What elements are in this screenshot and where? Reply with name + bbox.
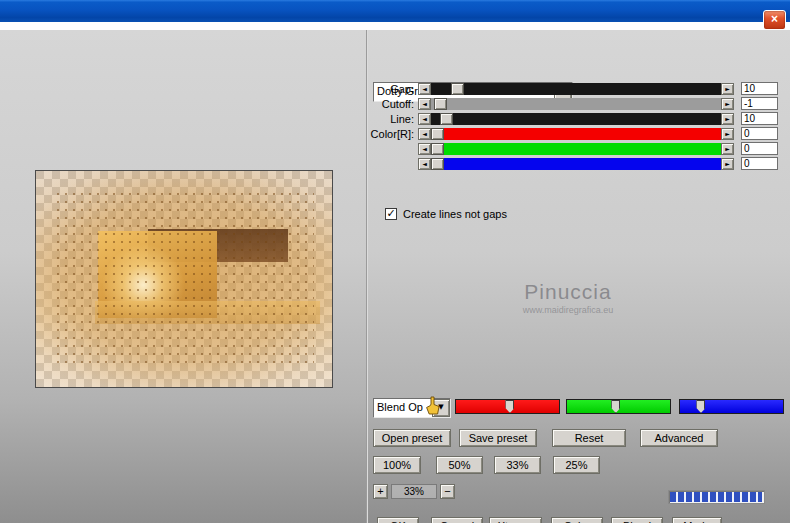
watermark-url: www.maidiregrafica.eu — [488, 305, 648, 315]
slider-track-cutoff[interactable] — [431, 98, 721, 110]
mode-button[interactable]: Mode — [672, 517, 722, 523]
color-button[interactable]: Color — [551, 517, 603, 523]
slider-thumb[interactable] — [434, 98, 447, 110]
slider-right-arrow-icon[interactable]: ► — [721, 143, 734, 155]
slider-right-arrow-icon[interactable]: ► — [721, 113, 734, 125]
slider-thumb[interactable] — [440, 113, 453, 125]
blend-button[interactable]: Blend — [611, 517, 663, 523]
slider-track-gap[interactable] — [431, 83, 721, 95]
slider-thumb[interactable] — [451, 83, 464, 95]
zoom-50-button[interactable]: 50% — [436, 456, 483, 474]
slider-left-arrow-icon[interactable]: ◄ — [418, 128, 431, 140]
slider-left-arrow-icon[interactable]: ◄ — [418, 83, 431, 95]
slider-row-color-red: Color[R]: ◄ ► 0 — [368, 127, 778, 140]
slider-left-arrow-icon[interactable]: ◄ — [418, 113, 431, 125]
slider-value-blue[interactable]: 0 — [741, 157, 778, 170]
ok-button[interactable]: OK — [377, 517, 419, 523]
slider-left-arrow-icon[interactable]: ◄ — [418, 158, 431, 170]
create-lines-checkbox-row: ✓ Create lines not gaps — [385, 208, 507, 220]
slider-thumb[interactable] — [431, 143, 444, 155]
progress-bar — [668, 490, 765, 504]
slider-row-color-green: ◄ ► 0 — [368, 142, 778, 155]
slider-thumb[interactable] — [431, 128, 444, 140]
slider-track-blue[interactable] — [431, 158, 721, 170]
slider-track-red[interactable] — [431, 128, 721, 140]
slider-left-arrow-icon[interactable]: ◄ — [418, 143, 431, 155]
blue-channel-bar[interactable] — [679, 399, 784, 414]
preview-dotty-grid-overlay — [54, 190, 315, 367]
cancel-button[interactable]: Cancel — [431, 517, 483, 523]
red-channel-bar[interactable] — [455, 399, 560, 414]
create-lines-checkbox[interactable]: ✓ — [385, 208, 397, 220]
slider-row-line: Line: ◄ ► 10 — [368, 112, 778, 125]
slider-track-green[interactable] — [431, 143, 721, 155]
xtreme-button[interactable]: Xtreme — [489, 517, 542, 523]
zoom-100-button[interactable]: 100% — [373, 456, 421, 474]
green-channel-thumb[interactable] — [611, 400, 620, 413]
advanced-button[interactable]: Advanced — [640, 429, 718, 447]
panel-divider — [366, 30, 367, 523]
slider-row-cutoff: Cutoff: ◄ ► -1 — [368, 97, 778, 110]
slider-right-arrow-icon[interactable]: ► — [721, 98, 734, 110]
title-bar: AP [Lines] Lines - SilverLining --- > ht… — [0, 0, 790, 22]
slider-value-green[interactable]: 0 — [741, 142, 778, 155]
watermark-name: Pinuccia — [488, 280, 648, 304]
image-preview[interactable] — [35, 170, 333, 388]
close-button[interactable]: × — [763, 10, 786, 30]
zoom-25-button[interactable]: 25% — [553, 456, 600, 474]
blue-channel-thumb[interactable] — [696, 400, 705, 413]
slider-track-line[interactable] — [431, 113, 721, 125]
zoom-out-button[interactable]: − — [440, 484, 455, 499]
slider-label-cutoff: Cutoff: — [368, 98, 414, 110]
slider-thumb[interactable] — [431, 158, 444, 170]
hand-cursor-icon — [424, 396, 442, 416]
slider-row-color-blue: ◄ ► 0 — [368, 157, 778, 170]
green-channel-bar[interactable] — [566, 399, 671, 414]
slider-value-line[interactable]: 10 — [741, 112, 778, 125]
slider-value-gap[interactable]: 10 — [741, 82, 778, 95]
slider-label-line: Line: — [368, 113, 414, 125]
slider-left-arrow-icon[interactable]: ◄ — [418, 98, 431, 110]
dialog-body: Dotty Grid ▼ Gap: ◄ ► 10 Cutoff: ◄ ► -1 … — [0, 30, 790, 523]
reset-button[interactable]: Reset — [552, 429, 626, 447]
slider-value-red[interactable]: 0 — [741, 127, 778, 140]
slider-right-arrow-icon[interactable]: ► — [721, 128, 734, 140]
progress-bar-fill — [670, 492, 762, 502]
create-lines-checkbox-label: Create lines not gaps — [403, 208, 507, 220]
open-preset-button[interactable]: Open preset — [373, 429, 451, 447]
red-channel-thumb[interactable] — [505, 400, 514, 413]
slider-right-arrow-icon[interactable]: ► — [721, 83, 734, 95]
save-preset-button[interactable]: Save preset — [459, 429, 537, 447]
slider-right-arrow-icon[interactable]: ► — [721, 158, 734, 170]
zoom-33-button[interactable]: 33% — [494, 456, 541, 474]
slider-row-gap: Gap: ◄ ► 10 — [368, 82, 778, 95]
slider-label-color-r: Color[R]: — [368, 128, 414, 140]
zoom-value: 33% — [391, 484, 437, 499]
slider-value-cutoff[interactable]: -1 — [741, 97, 778, 110]
zoom-in-button[interactable]: + — [373, 484, 388, 499]
slider-label-gap: Gap: — [368, 83, 414, 95]
